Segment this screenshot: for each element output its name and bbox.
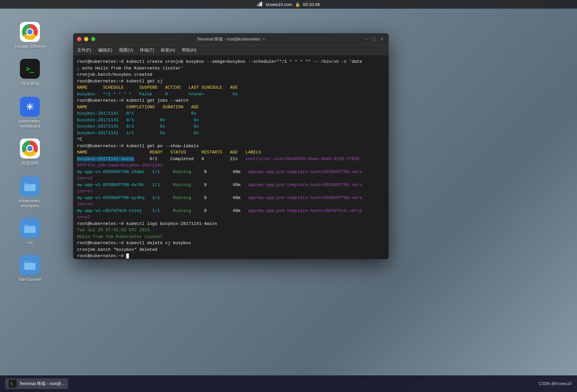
chrome-icon-2 [20, 139, 40, 158]
terminal-line-3: cronjob.batch/busybox created [77, 71, 385, 78]
menu-help[interactable]: 帮助(H) [182, 47, 196, 53]
sidebar: Google Chrome >_ Xfce 终端 [0, 9, 60, 375]
cursor-blink [126, 253, 129, 258]
menubar-center: knows10.com 🔒 00:10:48 [257, 2, 320, 7]
terminal-titlebar: Terminal 终端 - root@kubernetes: ~ − □ × [73, 33, 389, 45]
sidebar-item-chrome[interactable]: Google Chrome [15, 22, 45, 49]
taskbar: $_ Terminal 终端 - root@... CSDN @Knows10 [0, 375, 577, 392]
sidebar-item-env-info[interactable]: 环境说明 [20, 139, 40, 166]
terminal-line-25: on=v2 [77, 214, 385, 221]
terminal-line-16: busybox-28171141-4wzzn 0/1 Completed 0 2… [77, 156, 385, 162]
terminal-line-13: ^C [77, 136, 385, 143]
svg-rect-1 [258, 3, 259, 6]
terminal-window: Terminal 终端 - root@kubernetes: ~ − □ × 文… [73, 33, 389, 259]
sidebar-label-cni: cni [27, 240, 33, 245]
sidebar-item-kube-examples[interactable]: kubernetes- examples [19, 176, 42, 208]
sidebar-item-kubernetes-dashboard[interactable]: kubernetes- dashboard [19, 97, 42, 129]
minimize-icon[interactable]: − [363, 36, 369, 42]
terminal-line-15: NAME READY STATUS RESTARTS AGE LABELS [77, 149, 385, 156]
terminal-line-8: NAME COMPLETIONS DURATION AGE [77, 104, 385, 111]
terminal-line-12: busybox-28171141 1/1 6s 6s [77, 130, 385, 137]
terminal-line-24: my-app-v2-c6bfdf4c6-ctzdj 1/1 Running 0 … [77, 208, 385, 214]
taskbar-right-label: CSDN @Knows10 [539, 381, 572, 386]
terminal-line-9: busybox-28171141 0/1 0s [77, 110, 385, 117]
terminal-line-21: ion=v1 [77, 188, 385, 195]
menubar: knows10.com 🔒 00:10:48 [0, 0, 577, 9]
maximize-button[interactable] [91, 37, 95, 41]
menu-file[interactable]: 文件(F) [77, 47, 91, 53]
folder-icon-cni [20, 218, 40, 238]
terminal-line-17: 6f0f37e,job-name=busybox-28171141 [77, 162, 385, 169]
sidebar-label-kube-examples: kubernetes- examples [19, 198, 42, 208]
terminal-title: Terminal 终端 - root@kubernetes: ~ [197, 36, 265, 42]
sidebar-item-xfce-terminal[interactable]: >_ Xfce 终端 [20, 59, 40, 87]
sidebar-label-xfce: Xfce 终端 [21, 81, 39, 87]
terminal-line-23: ion=v1 [77, 201, 385, 208]
kubernetes-icon [20, 97, 40, 117]
sidebar-label-chrome: Google Chrome [15, 44, 45, 49]
close-button[interactable] [77, 37, 81, 41]
terminal-line-11: busybox-28171141 0/1 6s 6s [77, 123, 385, 130]
terminal-line-18: my-app-v1-8558b8ff88-24dwx 1/1 Running 0… [77, 169, 385, 175]
folder-icon-kube-examples [20, 176, 40, 196]
terminal-line-31: root@kubernetes:~# [77, 253, 385, 259]
terminal-line-6: busybox */1 * * * * False 0 <none> 6s [77, 91, 385, 98]
taskbar-terminal-icon: $_ [9, 380, 17, 388]
menu-terminal[interactable]: 终端(T) [140, 47, 154, 53]
svg-rect-2 [260, 2, 261, 6]
menu-view[interactable]: 视图(V) [119, 47, 133, 53]
minimize-button[interactable] [84, 37, 88, 41]
title-buttons: − □ × [363, 36, 385, 42]
terminal-line-27: Tue Jul 25 07:01:02 UTC 2023 [77, 227, 385, 234]
terminal-line-22: my-app-v1-8558b8ff88-qz4kq 1/1 Running 0… [77, 195, 385, 201]
terminal-line-26: root@kubernetes:~# kubectl logs busybox-… [77, 221, 385, 227]
chrome-icon [20, 22, 40, 42]
terminal-line-20: my-app-v1-8558b8ff88-4v78c 1/1 Running 0… [77, 182, 385, 188]
terminal-line-4: root@kubernetes:~# kubectl get cj [77, 78, 385, 85]
folder-icon-filetransfer [20, 255, 40, 275]
terminal-menubar: 文件(F) 编辑(E) 视图(V) 终端(T) 标签(A) 帮助(H) [73, 45, 389, 55]
restore-icon[interactable]: □ [371, 36, 377, 42]
terminal-line-29: root@kubernetes:~# kubectl delete cj bus… [77, 240, 385, 246]
terminal-line-28: Hello from the Kubernetes cluster [77, 234, 385, 240]
svg-rect-3 [261, 2, 262, 6]
svg-point-5 [29, 105, 32, 108]
sidebar-item-cni[interactable]: cni [20, 218, 40, 245]
signal-icon [257, 2, 263, 7]
clock: 00:10:48 [303, 2, 320, 7]
terminal-line-1: root@kubernetes:~# kubectl create cronjo… [77, 58, 385, 65]
menu-tabs[interactable]: 标签(A) [161, 47, 175, 53]
svg-rect-0 [257, 4, 258, 6]
sidebar-item-filetransfer[interactable]: FileTransfer [19, 255, 42, 282]
sidebar-label-kube-dashboard: kubernetes- dashboard [19, 119, 42, 129]
terminal-line-5: NAME SCHEDULE SUSPEND ACTIVE LAST SCHEDU… [77, 84, 385, 91]
taskbar-terminal-item[interactable]: $_ Terminal 终端 - root@... [5, 378, 68, 389]
sidebar-label-env: 环境说明 [21, 160, 39, 166]
terminal-icon: >_ [20, 59, 40, 79]
terminal-line-30: cronjob.batch "busybox" deleted [77, 246, 385, 253]
lock-icon: 🔒 [295, 2, 300, 7]
terminal-line-7: root@kubernetes:~# kubectl get jobs --wa… [77, 97, 385, 104]
terminal-line-2: ; echo Hello from the Kubernetes cluster… [77, 65, 385, 72]
browser-url: knows10.com [266, 2, 292, 7]
desktop: knows10.com 🔒 00:10:48 Google Chrome >_ … [0, 0, 577, 392]
taskbar-terminal-label: Terminal 终端 - root@... [19, 381, 65, 387]
menu-edit[interactable]: 编辑(E) [98, 47, 112, 53]
sidebar-label-filetransfer: FileTransfer [19, 277, 42, 282]
terminal-line-10: busybox-28171141 0/1 0s 0s [77, 117, 385, 124]
terminal-body[interactable]: root@kubernetes:~# kubectl create cronjo… [73, 55, 389, 259]
terminal-line-14: root@kubernetes:~# kubectl get po --show… [77, 143, 385, 149]
window-controls [77, 37, 95, 41]
close-icon[interactable]: × [379, 36, 385, 42]
terminal-line-19: ion=v1 [77, 175, 385, 182]
